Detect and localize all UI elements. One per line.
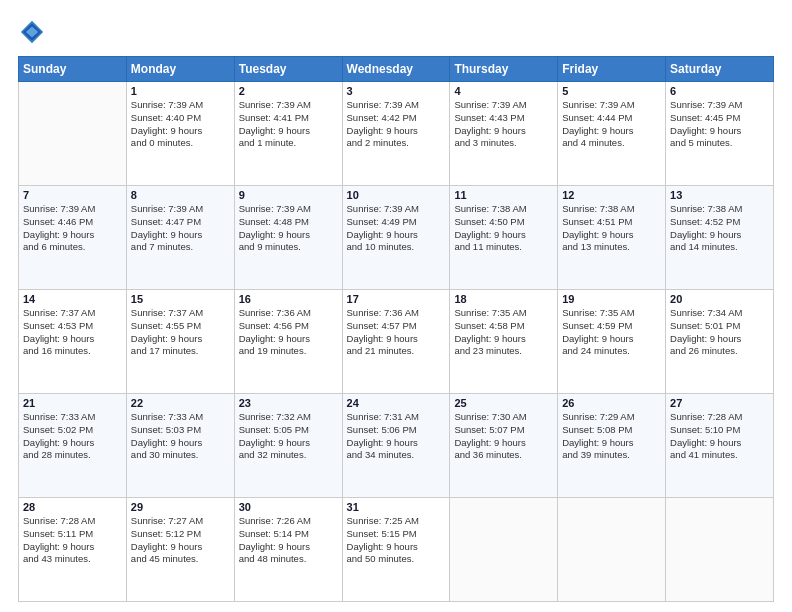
day-cell: 3Sunrise: 7:39 AMSunset: 4:42 PMDaylight…: [342, 82, 450, 186]
logo-icon: [18, 18, 46, 46]
day-number: 25: [454, 397, 553, 409]
day-cell: 10Sunrise: 7:39 AMSunset: 4:49 PMDayligh…: [342, 186, 450, 290]
day-info: Sunrise: 7:29 AMSunset: 5:08 PMDaylight:…: [562, 411, 661, 462]
day-info: Sunrise: 7:34 AMSunset: 5:01 PMDaylight:…: [670, 307, 769, 358]
day-info: Sunrise: 7:33 AMSunset: 5:02 PMDaylight:…: [23, 411, 122, 462]
day-number: 8: [131, 189, 230, 201]
day-info: Sunrise: 7:39 AMSunset: 4:43 PMDaylight:…: [454, 99, 553, 150]
day-cell: 31Sunrise: 7:25 AMSunset: 5:15 PMDayligh…: [342, 498, 450, 602]
day-info: Sunrise: 7:28 AMSunset: 5:10 PMDaylight:…: [670, 411, 769, 462]
day-cell: 12Sunrise: 7:38 AMSunset: 4:51 PMDayligh…: [558, 186, 666, 290]
day-info: Sunrise: 7:38 AMSunset: 4:52 PMDaylight:…: [670, 203, 769, 254]
day-info: Sunrise: 7:36 AMSunset: 4:57 PMDaylight:…: [347, 307, 446, 358]
day-number: 13: [670, 189, 769, 201]
weekday-wednesday: Wednesday: [342, 57, 450, 82]
day-number: 9: [239, 189, 338, 201]
day-info: Sunrise: 7:35 AMSunset: 4:58 PMDaylight:…: [454, 307, 553, 358]
day-number: 10: [347, 189, 446, 201]
day-number: 19: [562, 293, 661, 305]
day-cell: 4Sunrise: 7:39 AMSunset: 4:43 PMDaylight…: [450, 82, 558, 186]
day-number: 26: [562, 397, 661, 409]
day-number: 31: [347, 501, 446, 513]
day-number: 6: [670, 85, 769, 97]
day-cell: 19Sunrise: 7:35 AMSunset: 4:59 PMDayligh…: [558, 290, 666, 394]
weekday-friday: Friday: [558, 57, 666, 82]
day-cell: 5Sunrise: 7:39 AMSunset: 4:44 PMDaylight…: [558, 82, 666, 186]
day-cell: 26Sunrise: 7:29 AMSunset: 5:08 PMDayligh…: [558, 394, 666, 498]
day-info: Sunrise: 7:39 AMSunset: 4:48 PMDaylight:…: [239, 203, 338, 254]
day-cell: 11Sunrise: 7:38 AMSunset: 4:50 PMDayligh…: [450, 186, 558, 290]
week-row-1: 1Sunrise: 7:39 AMSunset: 4:40 PMDaylight…: [19, 82, 774, 186]
day-cell: 14Sunrise: 7:37 AMSunset: 4:53 PMDayligh…: [19, 290, 127, 394]
calendar-table: SundayMondayTuesdayWednesdayThursdayFrid…: [18, 56, 774, 602]
weekday-header-row: SundayMondayTuesdayWednesdayThursdayFrid…: [19, 57, 774, 82]
day-info: Sunrise: 7:39 AMSunset: 4:47 PMDaylight:…: [131, 203, 230, 254]
week-row-4: 21Sunrise: 7:33 AMSunset: 5:02 PMDayligh…: [19, 394, 774, 498]
day-number: 30: [239, 501, 338, 513]
day-info: Sunrise: 7:32 AMSunset: 5:05 PMDaylight:…: [239, 411, 338, 462]
day-info: Sunrise: 7:39 AMSunset: 4:45 PMDaylight:…: [670, 99, 769, 150]
day-number: 12: [562, 189, 661, 201]
day-cell: 1Sunrise: 7:39 AMSunset: 4:40 PMDaylight…: [126, 82, 234, 186]
day-info: Sunrise: 7:36 AMSunset: 4:56 PMDaylight:…: [239, 307, 338, 358]
day-info: Sunrise: 7:25 AMSunset: 5:15 PMDaylight:…: [347, 515, 446, 566]
day-number: 4: [454, 85, 553, 97]
day-cell: 30Sunrise: 7:26 AMSunset: 5:14 PMDayligh…: [234, 498, 342, 602]
day-number: 3: [347, 85, 446, 97]
day-number: 27: [670, 397, 769, 409]
day-cell: 6Sunrise: 7:39 AMSunset: 4:45 PMDaylight…: [666, 82, 774, 186]
day-cell: 27Sunrise: 7:28 AMSunset: 5:10 PMDayligh…: [666, 394, 774, 498]
week-row-5: 28Sunrise: 7:28 AMSunset: 5:11 PMDayligh…: [19, 498, 774, 602]
weekday-thursday: Thursday: [450, 57, 558, 82]
day-cell: 18Sunrise: 7:35 AMSunset: 4:58 PMDayligh…: [450, 290, 558, 394]
day-number: 18: [454, 293, 553, 305]
day-cell: 29Sunrise: 7:27 AMSunset: 5:12 PMDayligh…: [126, 498, 234, 602]
day-cell: 8Sunrise: 7:39 AMSunset: 4:47 PMDaylight…: [126, 186, 234, 290]
day-number: 5: [562, 85, 661, 97]
calendar: SundayMondayTuesdayWednesdayThursdayFrid…: [18, 56, 774, 602]
day-cell: 13Sunrise: 7:38 AMSunset: 4:52 PMDayligh…: [666, 186, 774, 290]
day-cell: 7Sunrise: 7:39 AMSunset: 4:46 PMDaylight…: [19, 186, 127, 290]
day-info: Sunrise: 7:31 AMSunset: 5:06 PMDaylight:…: [347, 411, 446, 462]
day-info: Sunrise: 7:39 AMSunset: 4:49 PMDaylight:…: [347, 203, 446, 254]
day-info: Sunrise: 7:38 AMSunset: 4:51 PMDaylight:…: [562, 203, 661, 254]
day-info: Sunrise: 7:35 AMSunset: 4:59 PMDaylight:…: [562, 307, 661, 358]
day-cell: [558, 498, 666, 602]
day-cell: 9Sunrise: 7:39 AMSunset: 4:48 PMDaylight…: [234, 186, 342, 290]
day-cell: [19, 82, 127, 186]
day-number: 7: [23, 189, 122, 201]
day-cell: [666, 498, 774, 602]
day-cell: 23Sunrise: 7:32 AMSunset: 5:05 PMDayligh…: [234, 394, 342, 498]
weekday-saturday: Saturday: [666, 57, 774, 82]
day-info: Sunrise: 7:26 AMSunset: 5:14 PMDaylight:…: [239, 515, 338, 566]
day-number: 17: [347, 293, 446, 305]
day-cell: 16Sunrise: 7:36 AMSunset: 4:56 PMDayligh…: [234, 290, 342, 394]
day-cell: 22Sunrise: 7:33 AMSunset: 5:03 PMDayligh…: [126, 394, 234, 498]
day-cell: 2Sunrise: 7:39 AMSunset: 4:41 PMDaylight…: [234, 82, 342, 186]
day-cell: 17Sunrise: 7:36 AMSunset: 4:57 PMDayligh…: [342, 290, 450, 394]
weekday-sunday: Sunday: [19, 57, 127, 82]
day-info: Sunrise: 7:37 AMSunset: 4:53 PMDaylight:…: [23, 307, 122, 358]
day-number: 11: [454, 189, 553, 201]
header: [18, 18, 774, 46]
day-info: Sunrise: 7:39 AMSunset: 4:44 PMDaylight:…: [562, 99, 661, 150]
day-number: 16: [239, 293, 338, 305]
logo: [18, 18, 48, 46]
day-info: Sunrise: 7:39 AMSunset: 4:46 PMDaylight:…: [23, 203, 122, 254]
day-cell: 28Sunrise: 7:28 AMSunset: 5:11 PMDayligh…: [19, 498, 127, 602]
day-number: 24: [347, 397, 446, 409]
day-number: 2: [239, 85, 338, 97]
day-cell: 20Sunrise: 7:34 AMSunset: 5:01 PMDayligh…: [666, 290, 774, 394]
day-number: 21: [23, 397, 122, 409]
week-row-2: 7Sunrise: 7:39 AMSunset: 4:46 PMDaylight…: [19, 186, 774, 290]
day-info: Sunrise: 7:38 AMSunset: 4:50 PMDaylight:…: [454, 203, 553, 254]
day-cell: [450, 498, 558, 602]
day-info: Sunrise: 7:39 AMSunset: 4:42 PMDaylight:…: [347, 99, 446, 150]
day-number: 1: [131, 85, 230, 97]
day-number: 14: [23, 293, 122, 305]
day-cell: 21Sunrise: 7:33 AMSunset: 5:02 PMDayligh…: [19, 394, 127, 498]
day-info: Sunrise: 7:27 AMSunset: 5:12 PMDaylight:…: [131, 515, 230, 566]
page: SundayMondayTuesdayWednesdayThursdayFrid…: [0, 0, 792, 612]
day-number: 28: [23, 501, 122, 513]
day-cell: 25Sunrise: 7:30 AMSunset: 5:07 PMDayligh…: [450, 394, 558, 498]
